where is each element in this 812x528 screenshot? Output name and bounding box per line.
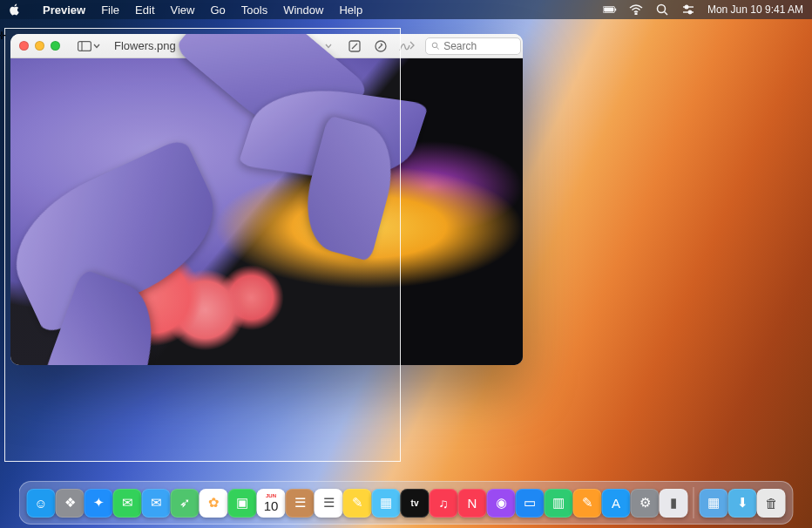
search-icon: [431, 41, 439, 51]
dock-news-icon[interactable]: N: [458, 489, 487, 518]
menu-left: Preview File Edit View Go Tools Window H…: [9, 3, 370, 17]
dock-launchpad-icon[interactable]: ❖: [56, 489, 85, 518]
dock-appstore-icon[interactable]: A: [602, 489, 631, 518]
dock-separator: [694, 487, 694, 518]
search-input[interactable]: [443, 40, 515, 52]
markup-icon[interactable]: [347, 38, 362, 54]
svg-point-9: [688, 10, 692, 14]
dock-preview-app-icon[interactable]: ▦: [700, 489, 728, 518]
menu-clock[interactable]: Mon Jun 10 9:41 AM: [707, 3, 803, 16]
control-center-icon[interactable]: [681, 3, 695, 17]
svg-rect-10: [78, 41, 91, 51]
dock: ☺❖✦✉✉➶✿▣JUN10☰☰✎▦tv♫N◉▭▥✎A⚙▮▦⬇🗑: [19, 481, 794, 525]
dock-settings-icon[interactable]: ⚙: [631, 489, 660, 518]
traffic-lights: [19, 41, 60, 51]
sidebar-toggle-button[interactable]: [74, 41, 104, 51]
dock-downloads-icon[interactable]: ⬇: [728, 489, 757, 518]
zoom-button[interactable]: [51, 41, 60, 51]
dock-iphone-mirroring-icon[interactable]: ▮: [660, 489, 688, 518]
dock-music-icon[interactable]: ♫: [430, 489, 458, 518]
window-title: Flowers.png: [114, 39, 176, 52]
svg-point-4: [657, 5, 665, 13]
menu-help[interactable]: Help: [331, 3, 370, 17]
sign-icon[interactable]: [399, 38, 415, 54]
dock-safari-icon[interactable]: ✦: [85, 489, 113, 518]
menu-edit[interactable]: Edit: [127, 3, 162, 17]
dock-tv-icon[interactable]: tv: [401, 489, 430, 518]
svg-line-5: [664, 12, 667, 16]
svg-point-3: [635, 13, 637, 15]
dock-messages-icon[interactable]: ✉: [113, 489, 142, 518]
search-field[interactable]: [425, 37, 521, 55]
spotlight-icon[interactable]: [655, 3, 669, 17]
dock-numbers-icon[interactable]: ▥: [545, 489, 573, 518]
dock-maps-icon[interactable]: ➶: [171, 489, 200, 518]
menu-tools[interactable]: Tools: [233, 3, 275, 17]
menu-right: Mon Jun 10 9:41 AM: [603, 3, 803, 17]
dock-mail-icon[interactable]: ✉: [142, 489, 171, 518]
dock-reminders-icon[interactable]: ☰: [315, 489, 343, 518]
svg-point-7: [685, 5, 688, 9]
edit-icon[interactable]: [373, 38, 389, 54]
dock-calendar-icon[interactable]: JUN10: [257, 489, 286, 518]
screenshot-crosshair-icon: ✛: [0, 30, 6, 42]
svg-line-23: [436, 47, 439, 50]
wifi-icon[interactable]: [629, 3, 643, 17]
menu-view[interactable]: View: [163, 3, 203, 17]
dock-finder-icon[interactable]: ☺: [27, 489, 56, 518]
menu-go[interactable]: Go: [202, 3, 233, 17]
dock-notes-icon[interactable]: ✎: [343, 489, 372, 518]
dock-podcasts-icon[interactable]: ◉: [487, 489, 516, 518]
dock-photos-icon[interactable]: ✿: [200, 489, 228, 518]
close-button[interactable]: [19, 41, 29, 51]
svg-rect-2: [615, 8, 616, 10]
apple-logo-icon[interactable]: [9, 3, 23, 17]
svg-point-22: [432, 43, 437, 48]
menu-file[interactable]: File: [93, 3, 127, 17]
minimize-button[interactable]: [35, 41, 44, 51]
dock-contacts-icon[interactable]: ☰: [286, 489, 315, 518]
dock-freeform-icon[interactable]: ▦: [372, 489, 401, 518]
battery-icon[interactable]: [603, 3, 617, 17]
dock-pages-icon[interactable]: ✎: [573, 489, 602, 518]
dock-trash-icon[interactable]: 🗑: [757, 489, 786, 518]
menu-bar: Preview File Edit View Go Tools Window H…: [0, 0, 812, 19]
menu-app-name[interactable]: Preview: [35, 3, 93, 17]
svg-rect-1: [604, 8, 613, 12]
image-canvas[interactable]: [10, 58, 523, 365]
menu-window[interactable]: Window: [275, 3, 331, 17]
preview-window: Flowers.png: [10, 34, 523, 365]
dock-keynote-icon[interactable]: ▭: [516, 489, 545, 518]
dock-facetime-icon[interactable]: ▣: [228, 489, 257, 518]
